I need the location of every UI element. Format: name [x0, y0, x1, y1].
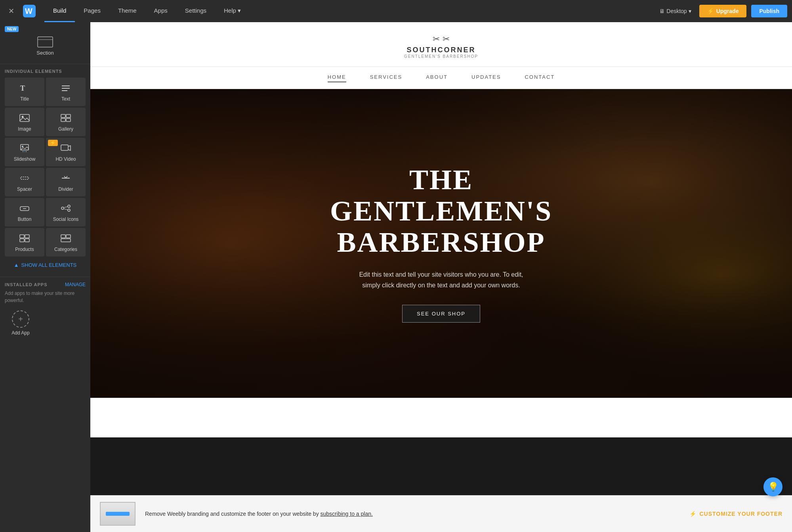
svg-rect-36 — [66, 235, 71, 238]
elements-grid: T Title Text — [5, 78, 86, 256]
element-hd-video-label: HD Video — [55, 156, 76, 162]
svg-rect-20 — [21, 177, 29, 179]
svg-rect-32 — [25, 235, 29, 238]
text-icon — [60, 84, 71, 94]
site-logo-name[interactable]: SOUTHCORNER — [406, 46, 475, 54]
tab-build[interactable]: Build — [44, 0, 75, 22]
add-app-button[interactable]: + Add App — [5, 310, 36, 336]
element-gallery[interactable]: Gallery — [46, 108, 86, 136]
add-app-label: Add App — [11, 330, 29, 336]
manage-link[interactable]: MANAGE — [65, 282, 86, 287]
section-element[interactable]: Section — [5, 28, 86, 59]
button-icon — [19, 204, 30, 215]
svg-rect-2 — [38, 37, 53, 47]
svg-rect-33 — [20, 239, 24, 242]
svg-rect-35 — [61, 235, 65, 238]
sidebar: NEW Section INDIVIDUAL ELEMENTS T Title — [0, 22, 90, 532]
customize-footer-label: CUSTOMIZE YOUR FOOTER — [700, 511, 783, 517]
element-divider-label: Divider — [58, 186, 73, 192]
site-logo: ✂ ✂ SOUTHCORNER GENTLEMEN'S BARBERSHOP — [90, 34, 792, 59]
svg-rect-37 — [61, 239, 71, 242]
element-hd-video[interactable]: ⚡ HD Video — [46, 138, 86, 166]
scissors-icon: ✂ ✂ — [433, 34, 449, 44]
new-section-block: NEW Section — [0, 22, 90, 64]
close-button[interactable]: ✕ — [5, 5, 17, 17]
gallery-icon — [60, 114, 71, 124]
element-products[interactable]: Products — [5, 228, 44, 256]
site-nav-updates[interactable]: UPDATES — [471, 74, 501, 82]
section-icon — [37, 36, 53, 48]
hero-subtitle[interactable]: Edit this text and tell your site visito… — [299, 269, 584, 291]
element-title-label: Title — [20, 96, 29, 102]
tab-pages[interactable]: Pages — [75, 0, 109, 22]
website-canvas: ✂ ✂ SOUTHCORNER GENTLEMEN'S BARBERSHOP H… — [90, 22, 792, 437]
tab-settings[interactable]: Settings — [176, 0, 215, 22]
svg-rect-34 — [25, 239, 29, 242]
svg-rect-13 — [66, 118, 71, 122]
svg-point-16 — [23, 151, 23, 152]
weebly-logo: W — [22, 4, 36, 18]
svg-rect-19 — [61, 145, 68, 150]
desktop-icon: 🖥 — [659, 8, 665, 14]
element-text[interactable]: Text — [46, 78, 86, 106]
installed-apps-section: INSTALLED APPS MANAGE Add apps to make y… — [0, 277, 90, 336]
chevron-up-icon: ▲ — [14, 262, 19, 268]
customize-footer-button[interactable]: ⚡ CUSTOMIZE YOUR FOOTER — [689, 511, 783, 517]
element-slideshow-label: Slideshow — [14, 156, 36, 162]
svg-rect-10 — [61, 114, 65, 118]
site-logo-sub: GENTLEMEN'S BARBERSHOP — [404, 54, 478, 59]
site-nav-about[interactable]: ABOUT — [426, 74, 448, 82]
upgrade-button[interactable]: ⚡ Upgrade — [699, 5, 747, 17]
new-badge: NEW — [5, 26, 19, 32]
svg-point-28 — [68, 209, 70, 211]
tab-help[interactable]: Help ▾ — [215, 0, 250, 22]
site-header: ✂ ✂ SOUTHCORNER GENTLEMEN'S BARBERSHOP — [90, 22, 792, 67]
nav-tabs: Build Pages Theme Apps Settings Help ▾ — [44, 0, 250, 22]
svg-line-30 — [64, 209, 68, 210]
element-button-label: Button — [18, 217, 32, 222]
social-icons-icon — [60, 204, 71, 215]
element-image[interactable]: Image — [5, 108, 44, 136]
element-spacer[interactable]: Spacer — [5, 168, 44, 196]
publish-button[interactable]: Publish — [751, 5, 787, 17]
top-navigation: ✕ W Build Pages Theme Apps Settings Help… — [0, 0, 792, 22]
svg-point-26 — [61, 207, 64, 209]
site-navigation: HOME SERVICES ABOUT UPDATES CONTACT — [90, 67, 792, 89]
site-nav-services[interactable]: SERVICES — [370, 74, 403, 82]
element-title[interactable]: T Title — [5, 78, 44, 106]
svg-rect-12 — [61, 118, 65, 122]
svg-text:W: W — [25, 7, 32, 15]
installed-apps-description: Add apps to make your site more powerful… — [5, 290, 86, 304]
hero-title[interactable]: THE GENTLEMEN'S BARBERSHOP — [299, 164, 584, 258]
element-gallery-label: Gallery — [58, 126, 73, 132]
element-image-label: Image — [18, 126, 31, 132]
element-social-icons[interactable]: Social Icons — [46, 198, 86, 226]
installed-apps-title: INSTALLED APPS — [5, 282, 48, 287]
device-selector[interactable]: 🖥 Desktop ▾ — [656, 6, 694, 16]
element-slideshow[interactable]: Slideshow — [5, 138, 44, 166]
tab-apps[interactable]: Apps — [145, 0, 176, 22]
footer-preview-bar — [106, 512, 130, 516]
below-hero-section — [90, 398, 792, 437]
hero-section: THE GENTLEMEN'S BARBERSHOP Edit this tex… — [90, 89, 792, 398]
site-nav-home[interactable]: HOME — [328, 74, 346, 82]
svg-point-15 — [22, 146, 23, 147]
lightbulb-icon: 💡 — [768, 482, 779, 492]
svg-rect-11 — [66, 114, 71, 118]
help-bubble-button[interactable]: 💡 — [763, 477, 782, 496]
element-button[interactable]: Button — [5, 198, 44, 226]
element-divider[interactable]: Divider — [46, 168, 86, 196]
installed-apps-header: INSTALLED APPS MANAGE — [5, 282, 86, 287]
main-content: ✂ ✂ SOUTHCORNER GENTLEMEN'S BARBERSHOP H… — [90, 22, 792, 437]
elements-section: INDIVIDUAL ELEMENTS T Title Text — [0, 64, 90, 277]
element-categories[interactable]: Categories — [46, 228, 86, 256]
hero-cta-button[interactable]: SEE OUR SHOP — [402, 305, 480, 323]
tab-theme[interactable]: Theme — [109, 0, 145, 22]
show-all-elements-button[interactable]: ▲ SHOW ALL ELEMENTS — [5, 258, 86, 272]
lightning-icon: ⚡ — [707, 8, 714, 14]
image-icon — [19, 114, 30, 124]
site-nav-contact[interactable]: CONTACT — [525, 74, 555, 82]
svg-point-27 — [68, 205, 70, 207]
device-label: Desktop — [666, 8, 687, 14]
show-all-label: SHOW ALL ELEMENTS — [21, 262, 77, 268]
